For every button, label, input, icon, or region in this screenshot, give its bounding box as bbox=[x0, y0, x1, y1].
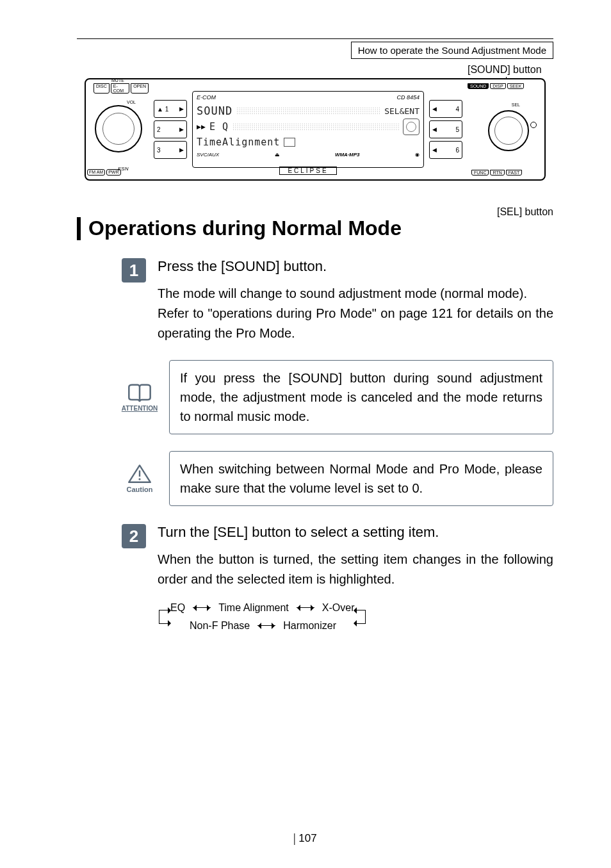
disc-tab: DISC bbox=[94, 83, 110, 94]
ecom-tab: E-COM bbox=[111, 83, 129, 94]
rtn-tab: RTN bbox=[490, 170, 504, 176]
preset-1: ▲ 1▶ bbox=[154, 100, 187, 118]
caution-label: Caution bbox=[127, 486, 153, 493]
disc-icon: ◉ bbox=[415, 152, 420, 158]
caution-text: When switching between Normal Mode and P… bbox=[169, 451, 553, 506]
lcd-screen: E-COM CD 8454 SOUND SEL&ENT ▶▶ E Q bbox=[192, 91, 424, 168]
volume-knob bbox=[95, 105, 142, 152]
attention-icon: ATTENTION bbox=[122, 360, 158, 434]
step-1-badge: 1 bbox=[122, 258, 146, 283]
caution-icon: Caution bbox=[122, 451, 158, 506]
fast-tab: FAST bbox=[506, 170, 523, 176]
section-heading: Operations during Normal Mode bbox=[77, 217, 553, 240]
car-stereo-face: MUTE DISC E-COM OPEN VOL ESN FM AM PWR ▲… bbox=[85, 78, 546, 181]
screen-brand: E-COM bbox=[197, 94, 216, 101]
preset-6: ◀6 bbox=[429, 141, 462, 159]
screen-timealign-label: TimeAlignment bbox=[197, 136, 280, 148]
callout-sound-label: [SOUND] button bbox=[468, 64, 542, 76]
left-knob-area: MUTE DISC E-COM OPEN VOL ESN FM AM PWR bbox=[92, 85, 149, 174]
wma-mp3-label: WMA·MP3 bbox=[335, 152, 360, 158]
sel-label: SEL bbox=[512, 102, 520, 107]
step-1-para-1: The mode will change to sound adjustment… bbox=[158, 284, 553, 304]
screen-model: CD 8454 bbox=[396, 94, 420, 101]
page-number: 107 bbox=[294, 832, 316, 845]
screen-selent-label: SEL&ENT bbox=[384, 106, 420, 116]
seek-tab: SEEK bbox=[507, 83, 525, 89]
preset-col-right: ◀4 ◀5 ◀6 bbox=[429, 100, 462, 159]
breadcrumb: How to operate the Sound Adjustment Mode bbox=[351, 42, 553, 59]
fm-am-button: FM AM bbox=[87, 169, 105, 176]
flow-time-alignment: Time Alignment bbox=[218, 602, 289, 614]
mute-label: MUTE bbox=[111, 78, 124, 83]
flow-xover: X-Over bbox=[322, 602, 355, 614]
flow-nonf-phase: Non-F Phase bbox=[190, 620, 250, 632]
step-2-badge: 2 bbox=[122, 524, 146, 548]
vol-label: VOL bbox=[127, 100, 136, 104]
step-1-para-2: Refer to "operations during Pro Mode" on… bbox=[158, 304, 553, 343]
sound-button-tab: SOUND bbox=[468, 83, 489, 89]
sel-knob bbox=[488, 110, 529, 151]
double-arrow-icon bbox=[255, 623, 278, 629]
flow-row-1: EQ Time Alignment X-Over bbox=[170, 602, 354, 614]
pwr-button: PWR bbox=[106, 169, 120, 176]
preset-3: 3▶ bbox=[154, 141, 187, 159]
preset-col-left: ▲ 1▶ 2▶ 3▶ bbox=[154, 100, 187, 159]
svc-aux-label: SVC/AUX bbox=[197, 152, 219, 158]
step-1-title: Press the [SOUND] button. bbox=[158, 258, 553, 275]
func-tab: FUNC bbox=[471, 170, 489, 176]
preset-4: ◀4 bbox=[429, 100, 462, 118]
screen-eq-label: E Q bbox=[209, 121, 229, 133]
attention-text: If you press the [SOUND] button during s… bbox=[169, 360, 553, 434]
double-arrow-icon bbox=[190, 605, 213, 611]
eclipse-logo: ECLIPSE bbox=[279, 167, 336, 175]
flow-row-2: Non-F Phase Harmonizer bbox=[170, 620, 354, 632]
dial-graphic-icon bbox=[403, 119, 420, 135]
heading-marker bbox=[77, 217, 81, 240]
small-round-button bbox=[530, 122, 537, 128]
heading-text: Operations during Normal Mode bbox=[88, 217, 402, 240]
flow-bracket-right bbox=[354, 610, 366, 624]
double-arrow-icon bbox=[294, 605, 317, 611]
flow-harmonizer: Harmonizer bbox=[283, 620, 336, 632]
flow-bracket-left bbox=[159, 610, 170, 624]
preset-2: 2▶ bbox=[154, 120, 187, 138]
screen-sound-label: SOUND bbox=[197, 104, 232, 117]
open-tab: OPEN bbox=[131, 83, 149, 94]
right-knob-area: SOUND DISP SEEK SEL FUNC RTN FAST bbox=[468, 85, 538, 174]
disp-tab: DISP bbox=[490, 83, 505, 89]
preset-5: ◀5 bbox=[429, 120, 462, 138]
attention-label: ATTENTION bbox=[122, 405, 158, 412]
step-2-title: Turn the [SEL] button to select a settin… bbox=[158, 524, 553, 541]
step-2-para: When the button is turned, the setting i… bbox=[158, 550, 553, 589]
callout-sel-label: [SEL] button bbox=[497, 206, 553, 218]
car-icon bbox=[284, 138, 295, 147]
dot-fill bbox=[232, 123, 399, 131]
svg-point-1 bbox=[138, 478, 140, 480]
header-rule bbox=[77, 38, 553, 39]
device-diagram: [SOUND] button MUTE DISC E-COM OPEN VOL … bbox=[77, 78, 553, 181]
dot-fill bbox=[236, 107, 380, 115]
play-icon: ▶▶ bbox=[197, 124, 206, 130]
